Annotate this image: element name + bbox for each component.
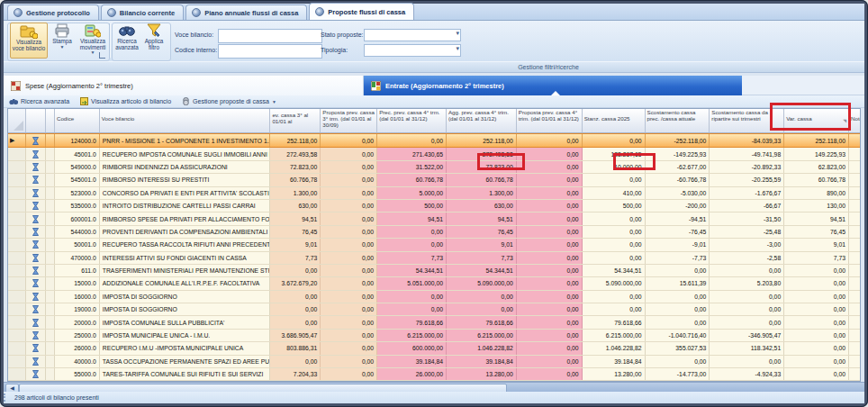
proposta-prev-3-cell[interactable]: 0,00	[321, 265, 377, 276]
ev-cassa-3-cell[interactable]: 7.204,33	[270, 368, 321, 380]
table-row[interactable]: ▶ 535000.0 INTROITO DISTRIBUZIONE CARTEL…	[8, 200, 860, 213]
ev-cassa-3-cell[interactable]: 0,00	[270, 265, 321, 276]
stanz-cassa-cell[interactable]: 500,00	[583, 200, 646, 212]
agg-prev-4-cell[interactable]: 1.046.228,82	[447, 342, 517, 354]
ev-cassa-3-cell[interactable]: 0,00	[270, 356, 321, 367]
ev-cassa-3-cell[interactable]: 630,00	[270, 200, 321, 212]
scostamento-prec-cell[interactable]: 0,00	[646, 316, 710, 328]
codice-cell[interactable]: 470000.0	[55, 252, 100, 264]
scostamento-ripartire-cell[interactable]: 0,00	[710, 291, 784, 303]
var-cassa-cell[interactable]: 0,00	[784, 356, 849, 367]
ev-cassa-3-cell[interactable]: 1.300,00	[270, 187, 321, 199]
codice-cell[interactable]: 15000.0	[55, 277, 100, 289]
note-cell[interactable]	[849, 303, 860, 315]
proposta-prev-4-cell[interactable]: 0,00	[517, 148, 583, 159]
table-row[interactable]: ▶ 26000.0 RECUPERO I.M.U -IMPOSTA MUNICI…	[8, 342, 860, 355]
proposta-prev-3-cell[interactable]: 0,00	[321, 316, 377, 328]
proposta-prev-3-cell[interactable]: 0,00	[321, 342, 377, 354]
voce-bilancio-cell[interactable]: IMPOSTA COMUNALE SULLA PUBBLICITA'	[100, 316, 271, 328]
stanz-cassa-cell[interactable]: 79.618,66	[583, 316, 646, 328]
proposta-prev-4-cell[interactable]: 0,00	[517, 161, 583, 173]
row-selector-cell[interactable]: ▶	[8, 174, 26, 185]
proposta-prev-4-cell[interactable]: 0,00	[517, 303, 583, 315]
voce-bilancio-cell[interactable]: IMPOSTA MUNICIPALE UNICA - I.M.U.	[100, 330, 271, 341]
var-cassa-cell[interactable]: 60.766,78	[784, 174, 849, 185]
var-cassa-cell[interactable]: 9,01	[784, 239, 849, 250]
scostamento-prec-cell[interactable]: -1.040.716,40	[646, 330, 710, 341]
col-header-codice[interactable]: Codice	[55, 109, 100, 132]
voce-bilancio-cell[interactable]: RECUPERO IMPOSTA COMUNALE SUGLI IMMOBILI…	[100, 148, 271, 159]
corner-header-cell[interactable]	[8, 109, 26, 132]
note-cell[interactable]	[849, 291, 860, 303]
proposta-prev-3-cell[interactable]: 0,00	[321, 239, 377, 250]
agg-prev-4-cell[interactable]: 252.118,00	[447, 134, 517, 147]
prec-prev-4-cell[interactable]: 5.000,00	[377, 187, 447, 199]
agg-prev-4-cell[interactable]: 5.090.000,00	[447, 277, 517, 289]
stanz-cassa-cell[interactable]: 0,00	[583, 252, 646, 264]
table-row[interactable]: ▶ 124000.0 PNRR - MISSIONE 1 - COMPONENT…	[8, 133, 860, 148]
group-dialog-launcher-icon[interactable]	[99, 52, 105, 59]
row-selector-cell[interactable]: ▶	[8, 200, 26, 212]
agg-prev-4-cell[interactable]: 79.618,66	[447, 316, 517, 328]
proposta-prev-3-cell[interactable]: 0,00	[321, 161, 377, 173]
table-row[interactable]: ▶ 549000.0 RIMBORSI INDENNIZZI DA ASSICU…	[8, 161, 860, 174]
prec-prev-4-cell[interactable]: 39.184,84	[377, 356, 447, 367]
table-row[interactable]: ▶ 40000.0 TASSA OCCUPAZIONE PERMANENTE S…	[8, 356, 860, 368]
voce-bilancio-input[interactable]	[218, 29, 322, 43]
codice-cell[interactable]: 535000.0	[55, 200, 100, 212]
prec-prev-4-cell[interactable]: 6.215.000,00	[377, 330, 447, 341]
codice-cell[interactable]: 545001.0	[55, 174, 100, 185]
codice-cell[interactable]: 45001.0	[55, 148, 100, 159]
tab-bilancio-corrente[interactable]: Bilancio corrente	[101, 5, 184, 20]
visualizza-voce-bilancio-button[interactable]: Visualizza voce bilancio	[10, 23, 48, 59]
voce-bilancio-cell[interactable]: IMPOSTA DI SOGGIORNO	[100, 291, 271, 303]
prec-prev-4-cell[interactable]: 7,73	[377, 252, 447, 264]
note-cell[interactable]	[849, 187, 860, 199]
note-cell[interactable]	[849, 368, 860, 380]
proposta-prev-4-cell[interactable]: 0,00	[517, 174, 583, 185]
prec-prev-4-cell[interactable]: 500,00	[377, 200, 447, 212]
var-cassa-cell[interactable]: 62.823,00	[784, 161, 849, 173]
agg-prev-4-cell[interactable]: 94,51	[447, 213, 517, 224]
scostamento-ripartire-cell[interactable]: -4.924,33	[710, 368, 784, 380]
agg-prev-4-cell[interactable]: 60.766,78	[447, 174, 517, 185]
codice-cell[interactable]: 40000.0	[55, 356, 100, 367]
codice-cell[interactable]: 611.0	[55, 265, 100, 276]
col-header-scostamento-prec[interactable]: Scostamento cassa prec. /cassa attuale	[646, 109, 710, 132]
stanz-cassa-cell[interactable]: 1.046.228,82	[583, 342, 646, 354]
scostamento-prec-cell[interactable]: -200,00	[646, 200, 710, 212]
scostamento-ripartire-cell[interactable]: -49.741,98	[710, 148, 784, 159]
stanz-cassa-cell[interactable]: 0,00	[583, 174, 646, 185]
prec-prev-4-cell[interactable]: 5.051.000,00	[377, 277, 447, 289]
codice-cell[interactable]: 549000.0	[55, 161, 100, 173]
col-header-voce-bilancio[interactable]: Voce bilancio	[100, 109, 271, 132]
icon-column-header[interactable]	[26, 109, 46, 132]
voce-bilancio-cell[interactable]: RIMBORSI INDENNIZZI DA ASSICURAZIONI	[100, 161, 271, 173]
scostamento-prec-cell[interactable]: 0,00	[646, 356, 710, 367]
scostamento-ripartire-cell[interactable]: -31,50	[710, 213, 784, 224]
table-row[interactable]: ▶ 600001.0 RIMBORSO SPESE DA PRIVATI PER…	[8, 213, 860, 225]
var-cassa-cell[interactable]: 149.225,93	[784, 148, 849, 159]
row-selector-cell[interactable]: ▶	[8, 239, 26, 250]
table-row[interactable]: ▶ 470000.0 INTERESSI ATTIVI SU FONDI GIA…	[8, 252, 860, 265]
ev-cassa-3-cell[interactable]: 72.823,00	[270, 161, 321, 173]
note-cell[interactable]	[849, 330, 860, 341]
note-cell[interactable]	[849, 200, 860, 212]
proposta-prev-4-cell[interactable]: 0,00	[517, 226, 583, 238]
var-cassa-cell[interactable]: 130,00	[784, 200, 849, 212]
row-selector-cell[interactable]: ▶	[8, 342, 26, 354]
scostamento-ripartire-cell[interactable]: 0,00	[710, 316, 784, 328]
scostamento-ripartire-cell[interactable]: -25,48	[710, 226, 784, 238]
row-selector-cell[interactable]: ▶	[8, 252, 26, 264]
var-cassa-cell[interactable]: 0,00	[784, 330, 849, 341]
spese-panel-header[interactable]: Spese (Aggiornamento 2° trimestre)	[4, 76, 364, 95]
stato-proposte-select[interactable]	[364, 29, 461, 41]
proposta-prev-3-cell[interactable]: 0,00	[321, 291, 377, 303]
codice-cell[interactable]: 25000.0	[55, 330, 100, 341]
ev-cassa-3-cell[interactable]: 272.493,58	[270, 148, 321, 159]
scostamento-ripartire-cell[interactable]: -346.905,47	[710, 330, 784, 341]
proposta-prev-3-cell[interactable]: 0,00	[321, 200, 377, 212]
agg-prev-4-cell[interactable]: 0,00	[447, 291, 517, 303]
agg-prev-4-cell[interactable]: 630,00	[447, 200, 517, 212]
stanz-cassa-cell[interactable]: 0,00	[583, 213, 646, 224]
